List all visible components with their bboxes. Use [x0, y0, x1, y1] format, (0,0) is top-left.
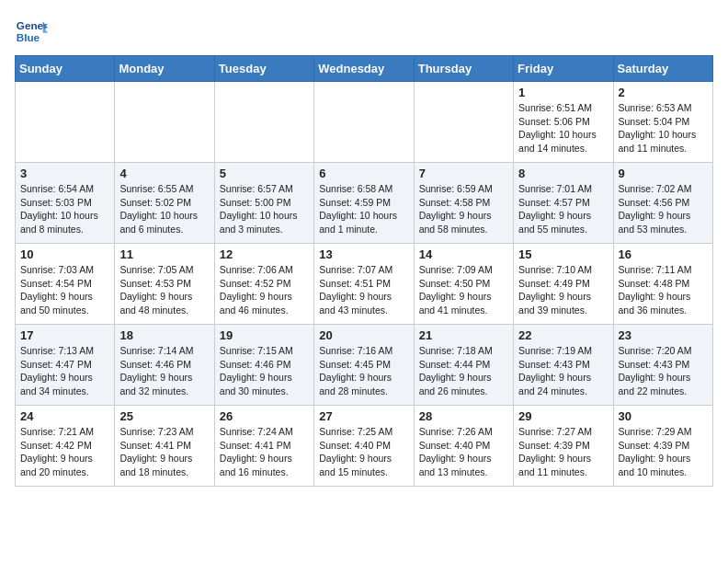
day-number: 2	[619, 86, 708, 99]
day-number: 11	[119, 247, 209, 261]
calendar-cell: 1Sunrise: 6:51 AM Sunset: 5:06 PM Daylig…	[514, 82, 613, 163]
day-info: Sunrise: 7:27 AM Sunset: 4:39 PM Dayligh…	[518, 425, 608, 479]
day-info: Sunrise: 7:19 AM Sunset: 4:43 PM Dayligh…	[518, 344, 608, 398]
calendar-cell: 19Sunrise: 7:15 AM Sunset: 4:46 PM Dayli…	[214, 325, 313, 406]
day-info: Sunrise: 7:25 AM Sunset: 4:40 PM Dayligh…	[319, 425, 408, 479]
page-header: General Blue	[15, 15, 713, 48]
calendar-cell: 2Sunrise: 6:53 AM Sunset: 5:04 PM Daylig…	[613, 82, 712, 163]
day-info: Sunrise: 7:16 AM Sunset: 4:45 PM Dayligh…	[319, 344, 408, 398]
day-info: Sunrise: 7:05 AM Sunset: 4:53 PM Dayligh…	[119, 263, 209, 317]
day-info: Sunrise: 6:57 AM Sunset: 5:00 PM Dayligh…	[220, 182, 309, 236]
day-number: 30	[619, 409, 708, 423]
day-header-monday: Monday	[115, 56, 214, 82]
day-header-thursday: Thursday	[414, 56, 513, 82]
calendar-header-row: SundayMondayTuesdayWednesdayThursdayFrid…	[16, 56, 713, 82]
day-info: Sunrise: 7:07 AM Sunset: 4:51 PM Dayligh…	[319, 263, 408, 317]
day-number: 7	[419, 167, 508, 180]
day-info: Sunrise: 7:23 AM Sunset: 4:41 PM Dayligh…	[119, 425, 209, 479]
calendar-week-2: 3Sunrise: 6:54 AM Sunset: 5:03 PM Daylig…	[16, 163, 713, 244]
day-number: 19	[220, 328, 309, 342]
day-number: 10	[20, 247, 109, 261]
calendar-cell: 26Sunrise: 7:24 AM Sunset: 4:41 PM Dayli…	[214, 406, 313, 487]
calendar-cell: 15Sunrise: 7:10 AM Sunset: 4:49 PM Dayli…	[514, 244, 613, 325]
calendar-cell	[214, 82, 313, 163]
calendar-cell	[414, 82, 513, 163]
day-number: 27	[319, 409, 408, 423]
day-number: 6	[319, 167, 408, 180]
calendar-cell: 11Sunrise: 7:05 AM Sunset: 4:53 PM Dayli…	[115, 244, 214, 325]
day-info: Sunrise: 7:20 AM Sunset: 4:43 PM Dayligh…	[619, 344, 708, 398]
day-info: Sunrise: 6:53 AM Sunset: 5:04 PM Dayligh…	[619, 101, 708, 155]
logo: General Blue	[15, 15, 51, 48]
day-info: Sunrise: 7:15 AM Sunset: 4:46 PM Dayligh…	[220, 344, 309, 398]
day-info: Sunrise: 6:59 AM Sunset: 4:58 PM Dayligh…	[419, 182, 508, 236]
day-info: Sunrise: 7:02 AM Sunset: 4:56 PM Dayligh…	[619, 182, 708, 236]
calendar-cell: 4Sunrise: 6:55 AM Sunset: 5:02 PM Daylig…	[115, 163, 214, 244]
calendar-week-4: 17Sunrise: 7:13 AM Sunset: 4:47 PM Dayli…	[16, 325, 713, 406]
calendar-cell: 10Sunrise: 7:03 AM Sunset: 4:54 PM Dayli…	[16, 244, 115, 325]
calendar-cell: 3Sunrise: 6:54 AM Sunset: 5:03 PM Daylig…	[16, 163, 115, 244]
day-number: 29	[518, 409, 608, 423]
logo-icon: General Blue	[15, 15, 48, 48]
calendar-cell: 14Sunrise: 7:09 AM Sunset: 4:50 PM Dayli…	[414, 244, 513, 325]
day-info: Sunrise: 7:01 AM Sunset: 4:57 PM Dayligh…	[518, 182, 608, 236]
calendar-cell: 29Sunrise: 7:27 AM Sunset: 4:39 PM Dayli…	[514, 406, 613, 487]
day-info: Sunrise: 7:11 AM Sunset: 4:48 PM Dayligh…	[619, 263, 708, 317]
calendar-week-5: 24Sunrise: 7:21 AM Sunset: 4:42 PM Dayli…	[16, 406, 713, 487]
calendar-cell: 22Sunrise: 7:19 AM Sunset: 4:43 PM Dayli…	[514, 325, 613, 406]
day-number: 22	[518, 328, 608, 342]
calendar-cell: 25Sunrise: 7:23 AM Sunset: 4:41 PM Dayli…	[115, 406, 214, 487]
day-number: 3	[20, 167, 109, 180]
day-number: 18	[119, 328, 209, 342]
calendar-cell: 17Sunrise: 7:13 AM Sunset: 4:47 PM Dayli…	[16, 325, 115, 406]
calendar-cell: 12Sunrise: 7:06 AM Sunset: 4:52 PM Dayli…	[214, 244, 313, 325]
day-number: 20	[319, 328, 408, 342]
day-info: Sunrise: 7:21 AM Sunset: 4:42 PM Dayligh…	[20, 425, 109, 479]
day-number: 13	[319, 247, 408, 261]
day-header-friday: Friday	[514, 56, 613, 82]
calendar-cell: 8Sunrise: 7:01 AM Sunset: 4:57 PM Daylig…	[514, 163, 613, 244]
day-info: Sunrise: 7:09 AM Sunset: 4:50 PM Dayligh…	[419, 263, 508, 317]
day-number: 17	[20, 328, 109, 342]
day-info: Sunrise: 7:10 AM Sunset: 4:49 PM Dayligh…	[518, 263, 608, 317]
day-number: 16	[619, 247, 708, 261]
calendar-cell: 27Sunrise: 7:25 AM Sunset: 4:40 PM Dayli…	[314, 406, 414, 487]
day-number: 15	[518, 247, 608, 261]
calendar-cell: 9Sunrise: 7:02 AM Sunset: 4:56 PM Daylig…	[613, 163, 712, 244]
day-number: 23	[619, 328, 708, 342]
calendar-cell	[314, 82, 414, 163]
day-number: 8	[518, 167, 608, 180]
calendar-cell: 7Sunrise: 6:59 AM Sunset: 4:58 PM Daylig…	[414, 163, 513, 244]
day-number: 21	[419, 328, 508, 342]
day-info: Sunrise: 7:18 AM Sunset: 4:44 PM Dayligh…	[419, 344, 508, 398]
calendar-cell	[115, 82, 214, 163]
day-number: 24	[20, 409, 109, 423]
day-info: Sunrise: 7:03 AM Sunset: 4:54 PM Dayligh…	[20, 263, 109, 317]
day-number: 5	[220, 167, 309, 180]
calendar-cell: 13Sunrise: 7:07 AM Sunset: 4:51 PM Dayli…	[314, 244, 414, 325]
day-number: 1	[518, 86, 608, 99]
day-info: Sunrise: 7:13 AM Sunset: 4:47 PM Dayligh…	[20, 344, 109, 398]
day-header-wednesday: Wednesday	[314, 56, 414, 82]
day-header-tuesday: Tuesday	[214, 56, 313, 82]
day-number: 25	[119, 409, 209, 423]
day-info: Sunrise: 6:51 AM Sunset: 5:06 PM Dayligh…	[518, 101, 608, 155]
calendar-cell: 30Sunrise: 7:29 AM Sunset: 4:39 PM Dayli…	[613, 406, 712, 487]
day-info: Sunrise: 7:29 AM Sunset: 4:39 PM Dayligh…	[619, 425, 708, 479]
calendar-cell: 21Sunrise: 7:18 AM Sunset: 4:44 PM Dayli…	[414, 325, 513, 406]
day-info: Sunrise: 6:55 AM Sunset: 5:02 PM Dayligh…	[119, 182, 209, 236]
calendar-cell: 18Sunrise: 7:14 AM Sunset: 4:46 PM Dayli…	[115, 325, 214, 406]
day-number: 14	[419, 247, 508, 261]
calendar-cell: 23Sunrise: 7:20 AM Sunset: 4:43 PM Dayli…	[613, 325, 712, 406]
day-info: Sunrise: 6:58 AM Sunset: 4:59 PM Dayligh…	[319, 182, 408, 236]
calendar-week-3: 10Sunrise: 7:03 AM Sunset: 4:54 PM Dayli…	[16, 244, 713, 325]
day-header-sunday: Sunday	[16, 56, 115, 82]
calendar-cell: 24Sunrise: 7:21 AM Sunset: 4:42 PM Dayli…	[16, 406, 115, 487]
day-number: 28	[419, 409, 508, 423]
calendar-cell: 20Sunrise: 7:16 AM Sunset: 4:45 PM Dayli…	[314, 325, 414, 406]
day-info: Sunrise: 7:26 AM Sunset: 4:40 PM Dayligh…	[419, 425, 508, 479]
calendar-cell: 6Sunrise: 6:58 AM Sunset: 4:59 PM Daylig…	[314, 163, 414, 244]
svg-text:Blue: Blue	[17, 31, 40, 43]
calendar-cell	[16, 82, 115, 163]
calendar-cell: 28Sunrise: 7:26 AM Sunset: 4:40 PM Dayli…	[414, 406, 513, 487]
